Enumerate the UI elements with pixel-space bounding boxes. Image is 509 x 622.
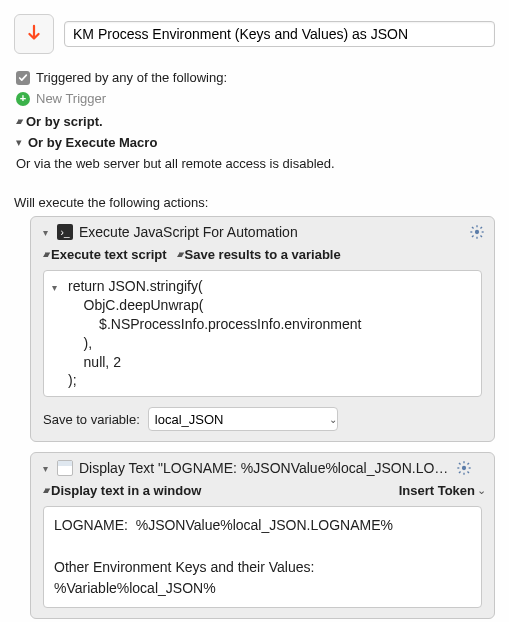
triggers-label: Triggered by any of the following:	[36, 70, 227, 85]
display-text-area[interactable]: LOGNAME: %JSONValue%local_JSON.LOGNAME% …	[43, 506, 482, 608]
updown-icon: ▴▾	[43, 485, 47, 496]
action-title: Display Text "LOGNAME: %JSONValue%local_…	[79, 460, 449, 476]
plus-icon: +	[16, 92, 30, 106]
svg-line-15	[467, 472, 469, 474]
will-execute-label: Will execute the following actions:	[14, 195, 495, 210]
disclosure-open-icon[interactable]: ▾	[39, 227, 51, 238]
macro-icon	[14, 14, 54, 54]
chevron-down-icon: ⌄	[477, 484, 486, 497]
new-trigger-button[interactable]: + New Trigger	[16, 91, 493, 106]
script-code: return JSON.stringify( ObjC.deepUnwrap( …	[68, 277, 361, 390]
gear-icon[interactable]	[468, 223, 486, 241]
updown-icon: ▴▾	[16, 116, 20, 127]
script-text-area[interactable]: ▾ return JSON.stringify( ObjC.deepUnwrap…	[43, 270, 482, 397]
svg-line-8	[480, 227, 482, 229]
action-display-text: ▾ Display Text "LOGNAME: %JSONValue%loca…	[30, 452, 495, 619]
via-web-server-text: Or via the web server but all remote acc…	[16, 156, 493, 171]
svg-point-0	[475, 230, 479, 234]
results-dest-label: Save results to a variable	[185, 247, 341, 262]
script-source-popup[interactable]: ▴▾ Execute text script	[43, 247, 167, 262]
by-script-popup[interactable]: ▴▾ Or by script.	[16, 114, 493, 129]
svg-point-9	[462, 466, 466, 470]
script-icon: ›_	[57, 224, 73, 240]
action-title: Execute JavaScript For Automation	[79, 224, 462, 240]
by-execute-macro-label: Or by Execute Macro	[28, 135, 157, 150]
by-execute-macro-popup[interactable]: ▾ Or by Execute Macro	[16, 135, 493, 150]
macro-name-input[interactable]	[64, 21, 495, 47]
display-mode-popup[interactable]: ▴▾ Display text in a window	[43, 483, 201, 498]
save-variable-input[interactable]	[149, 410, 329, 429]
new-trigger-label: New Trigger	[36, 91, 106, 106]
script-source-label: Execute text script	[51, 247, 167, 262]
results-dest-popup[interactable]: ▴▾ Save results to a variable	[177, 247, 341, 262]
chevron-down-icon: ▾	[16, 136, 22, 149]
save-to-variable-label: Save to variable:	[43, 412, 140, 427]
disclosure-open-icon[interactable]: ▾	[39, 463, 51, 474]
via-web-label: Or via the web server but all remote acc…	[16, 156, 335, 171]
chevron-down-icon[interactable]: ⌄	[329, 414, 337, 425]
svg-line-16	[459, 472, 461, 474]
svg-line-5	[472, 227, 474, 229]
display-mode-label: Display text in a window	[51, 483, 201, 498]
svg-line-17	[467, 463, 469, 465]
triggers-enabled-checkbox[interactable]	[16, 71, 30, 85]
action-execute-jxa: ▾ ›_ Execute JavaScript For Automation ▴…	[30, 216, 495, 442]
updown-icon: ▴▾	[177, 249, 181, 260]
updown-icon: ▴▾	[43, 249, 47, 260]
by-script-label: Or by script.	[26, 114, 103, 129]
svg-line-6	[480, 235, 482, 237]
svg-line-7	[472, 235, 474, 237]
save-variable-combo[interactable]: ⌄	[148, 407, 338, 431]
svg-line-14	[459, 463, 461, 465]
insert-token-popup[interactable]: Insert Token ⌄	[399, 483, 486, 498]
window-icon	[57, 460, 73, 476]
insert-token-label: Insert Token	[399, 483, 475, 498]
code-disclosure-icon[interactable]: ▾	[52, 277, 62, 390]
gear-icon[interactable]	[455, 459, 473, 477]
